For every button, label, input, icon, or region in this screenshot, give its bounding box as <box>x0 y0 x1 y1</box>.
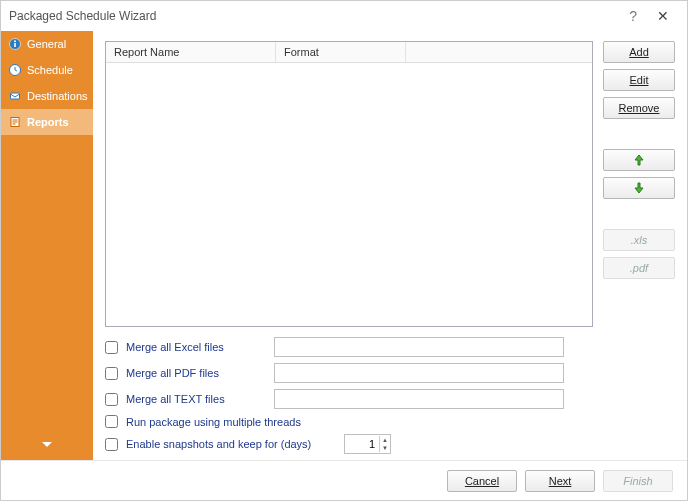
table-body[interactable] <box>106 63 592 326</box>
multithread-row: Run package using multiple threads <box>105 415 675 428</box>
merge-text-label: Merge all TEXT files <box>126 393 266 405</box>
sidebar-expand[interactable] <box>1 429 93 460</box>
reports-table: Report Name Format <box>105 41 593 327</box>
merge-text-input[interactable] <box>274 389 564 409</box>
svg-rect-4 <box>11 93 20 99</box>
next-button[interactable]: Next <box>525 470 595 492</box>
merge-excel-row: Merge all Excel files <box>105 337 675 357</box>
finish-button: Finish <box>603 470 673 492</box>
sidebar-item-schedule[interactable]: Schedule <box>1 57 93 83</box>
snapshots-label: Enable snapshots and keep for (days) <box>126 438 336 450</box>
sidebar: General Schedule Destinations Reports <box>1 31 93 460</box>
arrow-up-icon <box>632 153 646 167</box>
sidebar-item-label: Reports <box>27 116 69 128</box>
merge-excel-input[interactable] <box>274 337 564 357</box>
multithread-checkbox[interactable] <box>105 415 118 428</box>
col-format[interactable]: Format <box>276 42 406 62</box>
titlebar: Packaged Schedule Wizard ? ✕ <box>1 1 687 31</box>
sidebar-item-label: General <box>27 38 66 50</box>
cancel-button[interactable]: Cancel <box>447 470 517 492</box>
xls-button: .xls <box>603 229 675 251</box>
table-header: Report Name Format <box>106 42 592 63</box>
cancel-button-label: Cancel <box>465 475 499 487</box>
merge-text-checkbox[interactable] <box>105 393 118 406</box>
merge-text-row: Merge all TEXT files <box>105 389 675 409</box>
merge-excel-checkbox[interactable] <box>105 341 118 354</box>
edit-button-label: Edit <box>630 74 649 86</box>
pdf-button: .pdf <box>603 257 675 279</box>
sidebar-item-label: Schedule <box>27 64 73 76</box>
add-button[interactable]: Add <box>603 41 675 63</box>
col-report-name[interactable]: Report Name <box>106 42 276 62</box>
sidebar-item-destinations[interactable]: Destinations <box>1 83 93 109</box>
merge-excel-label: Merge all Excel files <box>126 341 266 353</box>
help-icon[interactable]: ? <box>619 8 647 24</box>
svg-rect-1 <box>14 43 16 47</box>
remove-button-label: Remove <box>619 102 660 114</box>
wizard-window: Packaged Schedule Wizard ? ✕ General Sch… <box>0 0 688 501</box>
merge-pdf-label: Merge all PDF files <box>126 367 266 379</box>
next-button-label: Next <box>549 475 572 487</box>
body: General Schedule Destinations Reports <box>1 31 687 460</box>
spinner-down-icon[interactable]: ▼ <box>380 444 390 452</box>
merge-pdf-input[interactable] <box>274 363 564 383</box>
close-icon[interactable]: ✕ <box>647 8 679 24</box>
multithread-label: Run package using multiple threads <box>126 416 301 428</box>
sidebar-item-reports[interactable]: Reports <box>1 109 93 135</box>
sidebar-item-general[interactable]: General <box>1 31 93 57</box>
col-blank <box>406 42 592 62</box>
snapshots-days-spinner[interactable]: ▲ ▼ <box>344 434 391 454</box>
finish-button-label: Finish <box>623 475 652 487</box>
merge-pdf-checkbox[interactable] <box>105 367 118 380</box>
snapshots-row: Enable snapshots and keep for (days) ▲ ▼ <box>105 434 675 454</box>
destinations-icon <box>9 90 21 102</box>
main-panel: Report Name Format Add Edit Remove <box>93 31 687 460</box>
spinner-up-icon[interactable]: ▲ <box>380 436 390 444</box>
chevron-down-icon <box>42 442 52 448</box>
add-button-label: Add <box>629 46 649 58</box>
info-icon <box>9 38 21 50</box>
reports-icon <box>9 116 21 128</box>
merge-pdf-row: Merge all PDF files <box>105 363 675 383</box>
button-column: Add Edit Remove .xls .pdf <box>603 41 675 327</box>
remove-button[interactable]: Remove <box>603 97 675 119</box>
sidebar-item-label: Destinations <box>27 90 88 102</box>
clock-icon <box>9 64 21 76</box>
window-title: Packaged Schedule Wizard <box>9 9 156 23</box>
move-down-button[interactable] <box>603 177 675 199</box>
xls-button-label: .xls <box>631 234 648 246</box>
options-panel: Merge all Excel files Merge all PDF file… <box>105 337 675 454</box>
snapshots-checkbox[interactable] <box>105 438 118 451</box>
footer: Cancel Next Finish <box>1 460 687 500</box>
snapshots-days-input[interactable] <box>345 437 379 451</box>
move-up-button[interactable] <box>603 149 675 171</box>
pdf-button-label: .pdf <box>630 262 648 274</box>
arrow-down-icon <box>632 181 646 195</box>
edit-button[interactable]: Edit <box>603 69 675 91</box>
svg-point-2 <box>14 40 16 42</box>
